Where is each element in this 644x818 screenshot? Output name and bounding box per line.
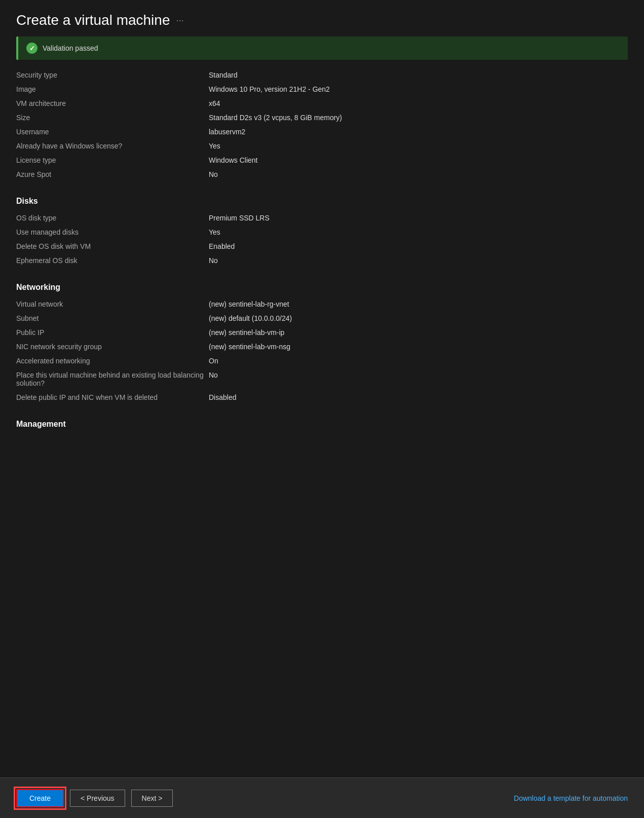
detail-label: Image [16, 85, 209, 93]
footer-bar: Create < Previous Next > Download a temp… [0, 777, 644, 818]
section-disks: DisksOS disk typePremium SSD LRSUse mana… [16, 187, 628, 268]
detail-label: Ephemeral OS disk [16, 256, 209, 265]
detail-label: Azure Spot [16, 170, 209, 178]
detail-value: x64 [209, 99, 628, 107]
detail-value: Yes [209, 228, 628, 236]
detail-row: ImageWindows 10 Pro, version 21H2 - Gen2 [16, 82, 628, 96]
detail-row: VM architecturex64 [16, 96, 628, 110]
detail-label: Use managed disks [16, 228, 209, 236]
detail-value: labuservm2 [209, 128, 628, 136]
detail-value: (new) sentinel-lab-vm-nsg [209, 343, 628, 351]
detail-value: (new) sentinel-lab-rg-vnet [209, 300, 628, 308]
header: Create a virtual machine ··· [0, 0, 644, 36]
detail-row: Delete OS disk with VMEnabled [16, 239, 628, 253]
detail-label: Place this virtual machine behind an exi… [16, 371, 209, 387]
detail-value: No [209, 371, 628, 379]
detail-value: (new) default (10.0.0.0/24) [209, 314, 628, 322]
header-menu-icon[interactable]: ··· [176, 15, 183, 26]
detail-label: Subnet [16, 314, 209, 322]
details-table: Security typeStandardImageWindows 10 Pro… [16, 68, 628, 434]
detail-label: Virtual network [16, 300, 209, 308]
check-icon [26, 43, 37, 54]
detail-label: Username [16, 128, 209, 136]
detail-row: Public IP(new) sentinel-lab-vm-ip [16, 325, 628, 340]
detail-row: NIC network security group(new) sentinel… [16, 340, 628, 354]
detail-row: OS disk typePremium SSD LRS [16, 211, 628, 225]
detail-row: Place this virtual machine behind an exi… [16, 368, 628, 390]
detail-value: Disabled [209, 393, 628, 401]
detail-row: License typeWindows Client [16, 153, 628, 167]
detail-value: Windows 10 Pro, version 21H2 - Gen2 [209, 85, 628, 93]
detail-label: Accelerated networking [16, 357, 209, 365]
detail-label: Size [16, 114, 209, 122]
detail-value: Windows Client [209, 156, 628, 164]
detail-label: OS disk type [16, 214, 209, 222]
detail-label: Already have a Windows license? [16, 142, 209, 150]
validation-text: Validation passed [43, 44, 98, 52]
detail-label: Security type [16, 71, 209, 79]
validation-banner: Validation passed [16, 36, 628, 60]
detail-row: Ephemeral OS diskNo [16, 253, 628, 268]
download-template-link[interactable]: Download a template for automation [514, 794, 628, 802]
section-header: Disks [16, 187, 628, 211]
previous-button[interactable]: < Previous [70, 790, 125, 807]
detail-value: Enabled [209, 242, 628, 250]
detail-value: No [209, 256, 628, 265]
section-header: Management [16, 410, 628, 434]
detail-label: NIC network security group [16, 343, 209, 351]
create-button[interactable]: Create [16, 789, 64, 807]
detail-value: No [209, 170, 628, 178]
detail-row: Virtual network(new) sentinel-lab-rg-vne… [16, 297, 628, 311]
detail-value: On [209, 357, 628, 365]
detail-value: Standard [209, 71, 628, 79]
section-networking: NetworkingVirtual network(new) sentinel-… [16, 273, 628, 404]
detail-row: Usernamelabuservm2 [16, 125, 628, 139]
detail-value: Premium SSD LRS [209, 214, 628, 222]
detail-label: VM architecture [16, 99, 209, 107]
detail-label: Delete public IP and NIC when VM is dele… [16, 393, 209, 401]
detail-label: Delete OS disk with VM [16, 242, 209, 250]
detail-row: SizeStandard D2s v3 (2 vcpus, 8 GiB memo… [16, 110, 628, 125]
page-title: Create a virtual machine [16, 12, 170, 28]
detail-value: Standard D2s v3 (2 vcpus, 8 GiB memory) [209, 114, 628, 122]
detail-row: Subnet(new) default (10.0.0.0/24) [16, 311, 628, 325]
detail-row: Accelerated networkingOn [16, 354, 628, 368]
next-button[interactable]: Next > [131, 790, 173, 807]
content-area: Security typeStandardImageWindows 10 Pro… [0, 60, 644, 777]
section-management: Management [16, 410, 628, 434]
detail-row: Security typeStandard [16, 68, 628, 82]
detail-label: Public IP [16, 328, 209, 337]
section-header: Networking [16, 273, 628, 297]
page-container: Create a virtual machine ··· Validation … [0, 0, 644, 818]
detail-value: (new) sentinel-lab-vm-ip [209, 328, 628, 337]
detail-value: Yes [209, 142, 628, 150]
detail-row: Delete public IP and NIC when VM is dele… [16, 390, 628, 404]
detail-row: Azure SpotNo [16, 167, 628, 181]
detail-row: Already have a Windows license?Yes [16, 139, 628, 153]
sections-container: DisksOS disk typePremium SSD LRSUse mana… [16, 187, 628, 434]
detail-row: Use managed disksYes [16, 225, 628, 239]
top-rows: Security typeStandardImageWindows 10 Pro… [16, 68, 628, 181]
detail-label: License type [16, 156, 209, 164]
